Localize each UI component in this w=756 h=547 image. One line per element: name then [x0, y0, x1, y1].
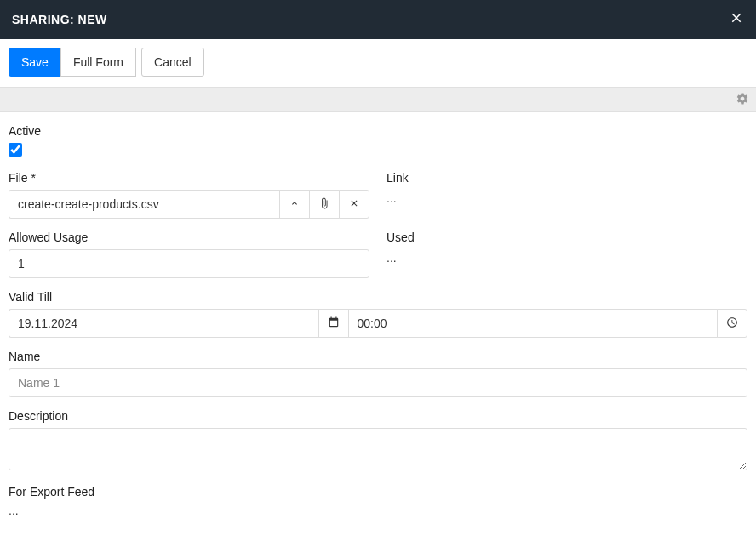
settings-bar [0, 87, 756, 112]
file-clear-button[interactable] [339, 190, 369, 219]
description-label: Description [9, 409, 747, 423]
valid-till-label: Valid Till [9, 290, 747, 304]
time-picker-button[interactable] [717, 309, 747, 338]
modal-title: SHARING: NEW [12, 13, 107, 26]
allowed-usage-field: Allowed Usage [9, 231, 369, 278]
for-export-feed-field: For Export Feed ... [9, 485, 747, 517]
valid-till-field: Valid Till [9, 290, 747, 338]
for-export-feed-value: ... [9, 504, 747, 517]
file-upload-button[interactable] [279, 190, 310, 219]
link-label: Link [387, 171, 747, 185]
used-label: Used [387, 231, 747, 244]
allowed-usage-input[interactable] [9, 249, 369, 278]
link-field: Link ... [387, 171, 747, 219]
file-input-group [9, 190, 369, 219]
calendar-icon [328, 316, 340, 331]
name-field: Name [9, 350, 747, 397]
file-attach-button[interactable] [309, 190, 340, 219]
toolbar: Save Full Form Cancel [0, 39, 756, 87]
description-field: Description [9, 409, 747, 473]
save-button[interactable]: Save [9, 48, 61, 77]
for-export-feed-label: For Export Feed [9, 485, 747, 499]
active-checkbox[interactable] [9, 143, 22, 157]
clock-icon [726, 316, 738, 331]
active-field: Active [9, 124, 747, 159]
cancel-button[interactable]: Cancel [141, 48, 204, 77]
file-input[interactable] [9, 190, 280, 219]
gear-icon[interactable] [736, 92, 749, 108]
modal-header: SHARING: NEW [0, 0, 756, 39]
file-field: File * [9, 171, 369, 219]
file-label: File * [9, 171, 369, 185]
valid-till-date-input[interactable] [9, 309, 319, 338]
chevron-up-icon [289, 198, 300, 211]
date-picker-button[interactable] [318, 309, 349, 338]
used-value: ... [387, 249, 747, 265]
button-group: Save Full Form [9, 48, 136, 77]
allowed-usage-label: Allowed Usage [9, 231, 369, 244]
full-form-button[interactable]: Full Form [60, 48, 136, 77]
description-textarea[interactable] [9, 428, 747, 470]
datetime-group [9, 309, 747, 338]
name-label: Name [9, 350, 747, 363]
close-icon[interactable] [729, 10, 744, 29]
x-icon [349, 198, 359, 211]
link-value: ... [387, 190, 747, 205]
valid-till-time-input[interactable] [349, 309, 718, 338]
active-label: Active [9, 124, 747, 138]
name-input[interactable] [9, 368, 747, 397]
paperclip-icon [318, 197, 330, 212]
form-body: Active File * [0, 119, 756, 526]
used-field: Used ... [387, 231, 747, 278]
